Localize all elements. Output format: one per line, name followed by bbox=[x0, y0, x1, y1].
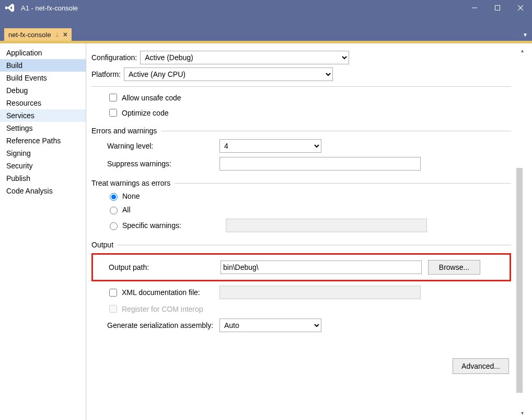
divider bbox=[91, 86, 511, 87]
output-path-highlight: Output path: Browse... bbox=[91, 253, 511, 281]
treat-specific-input bbox=[226, 219, 427, 232]
sidebar-item-reference-paths[interactable]: Reference Paths bbox=[0, 134, 86, 147]
sidebar-item-code-analysis[interactable]: Code Analysis bbox=[0, 185, 86, 197]
browse-button[interactable]: Browse... bbox=[428, 260, 480, 275]
title-bar: A1 - net-fx-console bbox=[0, 0, 532, 16]
gen-serialization-label: Generate serialization assembly: bbox=[91, 321, 219, 330]
divider bbox=[118, 245, 511, 245]
divider bbox=[161, 131, 511, 131]
maximize-button[interactable] bbox=[486, 0, 509, 16]
treat-all-radio[interactable] bbox=[110, 207, 118, 214]
pin-icon[interactable]: ⟂ bbox=[55, 31, 59, 38]
content-area: Application Build Build Events Debug Res… bbox=[0, 43, 532, 420]
close-tab-icon[interactable]: × bbox=[63, 30, 67, 39]
warning-level-select[interactable]: 4 bbox=[219, 139, 321, 153]
menu-bar bbox=[0, 16, 532, 27]
output-section-header: Output bbox=[91, 241, 113, 249]
treat-none-label: None bbox=[122, 192, 140, 200]
window-title: A1 - net-fx-console bbox=[20, 4, 463, 12]
sidebar-item-build[interactable]: Build bbox=[0, 59, 86, 72]
optimize-code-label: Optimize code bbox=[122, 109, 168, 117]
register-com-checkbox bbox=[109, 305, 117, 313]
output-path-input[interactable] bbox=[221, 260, 422, 274]
warning-level-label: Warning level: bbox=[91, 142, 219, 150]
tab-label: net-fx-console bbox=[8, 31, 51, 39]
scroll-thumb[interactable] bbox=[516, 168, 523, 393]
close-button[interactable] bbox=[509, 0, 532, 16]
tab-overflow-icon[interactable]: ▼ bbox=[523, 28, 528, 41]
sidebar-item-resources[interactable]: Resources bbox=[0, 97, 86, 109]
sidebar-item-services[interactable]: Services bbox=[0, 109, 86, 122]
treat-none-radio[interactable] bbox=[110, 193, 118, 201]
sidebar-item-signing[interactable]: Signing bbox=[0, 147, 86, 160]
main-panel: Configuration: Active (Debug) Platform: … bbox=[86, 43, 532, 420]
sidebar-item-application[interactable]: Application bbox=[0, 47, 86, 59]
treat-all-label: All bbox=[122, 206, 131, 214]
allow-unsafe-label: Allow unsafe code bbox=[122, 94, 181, 102]
tab-bar: net-fx-console ⟂ × ▼ bbox=[0, 27, 532, 41]
treat-specific-label: Specific warnings: bbox=[122, 221, 223, 230]
suppress-warnings-label: Suppress warnings: bbox=[91, 160, 219, 168]
errors-section-header: Errors and warnings bbox=[91, 127, 157, 135]
allow-unsafe-checkbox[interactable] bbox=[109, 94, 117, 101]
scroll-up-icon[interactable]: ▴ bbox=[521, 48, 524, 53]
sidebar-item-security[interactable]: Security bbox=[0, 160, 86, 172]
output-path-label: Output path: bbox=[97, 263, 218, 271]
xml-doc-label: XML documentation file: bbox=[122, 288, 200, 297]
sidebar-item-publish[interactable]: Publish bbox=[0, 172, 86, 185]
sidebar-item-build-events[interactable]: Build Events bbox=[0, 72, 86, 84]
optimize-code-checkbox[interactable] bbox=[109, 109, 117, 117]
svg-rect-1 bbox=[495, 6, 500, 10]
xml-doc-input bbox=[219, 286, 421, 299]
sidebar: Application Build Build Events Debug Res… bbox=[0, 43, 86, 420]
scroll-down-icon[interactable]: ▾ bbox=[521, 410, 524, 416]
advanced-button[interactable]: Advanced... bbox=[453, 358, 509, 374]
treat-specific-radio[interactable] bbox=[110, 222, 118, 230]
sidebar-item-settings[interactable]: Settings bbox=[0, 122, 86, 134]
sidebar-item-debug[interactable]: Debug bbox=[0, 84, 86, 97]
gen-serialization-select[interactable]: Auto bbox=[219, 319, 321, 332]
vs-logo bbox=[2, 0, 18, 16]
platform-select[interactable]: Active (Any CPU) bbox=[124, 67, 333, 81]
minimize-button[interactable] bbox=[463, 0, 486, 16]
scrollbar[interactable]: ▴ ▾ bbox=[514, 48, 524, 416]
treat-warnings-section-header: Treat warnings as errors bbox=[91, 179, 170, 187]
configuration-label: Configuration: bbox=[91, 53, 137, 62]
register-com-label: Register for COM interop bbox=[122, 305, 203, 313]
xml-doc-checkbox[interactable] bbox=[109, 289, 117, 297]
divider bbox=[175, 183, 511, 184]
platform-label: Platform: bbox=[91, 70, 121, 78]
document-tab[interactable]: net-fx-console ⟂ × bbox=[4, 28, 72, 41]
configuration-select[interactable]: Active (Debug) bbox=[140, 51, 349, 64]
suppress-warnings-input[interactable] bbox=[219, 157, 421, 171]
